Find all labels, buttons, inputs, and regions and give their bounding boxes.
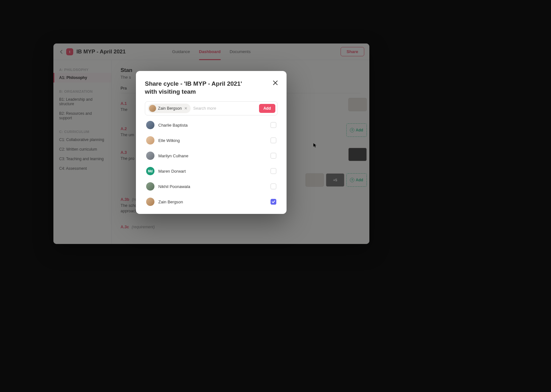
avatar xyxy=(146,182,154,191)
person-row[interactable]: Charlie Baptista xyxy=(145,117,278,133)
search-input[interactable] xyxy=(193,106,256,111)
avatar: Md xyxy=(146,167,154,175)
people-list: Charlie Baptista Elle Wilking Marilyn Cu… xyxy=(145,117,278,209)
person-row[interactable]: Marilyn Culhane xyxy=(145,148,278,163)
cursor-pointer-icon xyxy=(313,143,317,148)
avatar xyxy=(146,121,154,129)
person-checkbox[interactable] xyxy=(271,137,276,143)
person-name: Nikhil Poonawala xyxy=(158,184,190,189)
person-checkbox[interactable] xyxy=(271,168,276,174)
selected-chip: Zain Bergson ✕ xyxy=(148,104,191,113)
person-checkbox[interactable] xyxy=(271,199,276,205)
modal-title: Share cycle - 'IB MYP - April 2021' with… xyxy=(145,80,254,96)
person-checkbox[interactable] xyxy=(271,122,276,128)
person-name: Zain Bergson xyxy=(158,200,183,204)
person-checkbox[interactable] xyxy=(271,153,276,159)
share-modal: Share cycle - 'IB MYP - April 2021' with… xyxy=(136,71,287,214)
person-row[interactable]: Elle Wilking xyxy=(145,133,278,148)
avatar xyxy=(146,152,154,160)
person-row[interactable]: Zain Bergson xyxy=(145,194,278,209)
person-name: Elle Wilking xyxy=(158,138,180,143)
person-row[interactable]: Nikhil Poonawala xyxy=(145,179,278,194)
share-search-row: Zain Bergson ✕ Add xyxy=(145,101,278,115)
person-checkbox[interactable] xyxy=(271,184,276,189)
person-row[interactable]: Md Maren Dorwart xyxy=(145,163,278,179)
avatar xyxy=(146,198,154,206)
person-name: Maren Dorwart xyxy=(158,169,186,174)
chip-remove-icon[interactable]: ✕ xyxy=(184,106,188,111)
chip-name: Zain Bergson xyxy=(158,106,182,111)
person-name: Charlie Baptista xyxy=(158,123,188,128)
person-name: Marilyn Culhane xyxy=(158,153,188,158)
add-button[interactable]: Add xyxy=(259,104,275,113)
avatar xyxy=(149,105,156,112)
avatar xyxy=(146,136,154,145)
close-icon[interactable] xyxy=(271,79,279,87)
